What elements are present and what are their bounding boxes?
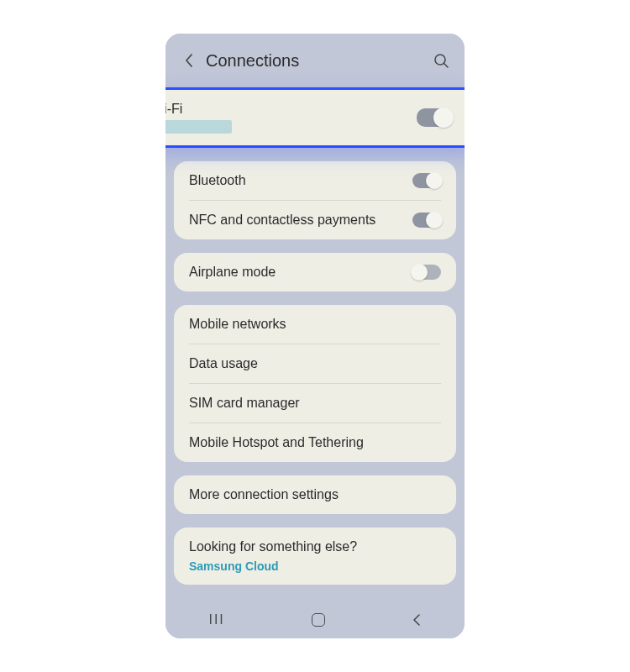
data-usage-row[interactable]: Data usage	[174, 344, 456, 383]
mobile-networks-label: Mobile networks	[189, 317, 441, 332]
sim-row[interactable]: SIM card manager	[174, 384, 456, 423]
wifi-label: Wi-Fi	[165, 102, 417, 117]
sim-label: SIM card manager	[189, 396, 441, 411]
group-more: More connection settings	[174, 475, 456, 514]
nav-bar: III	[165, 601, 465, 638]
nfc-toggle[interactable]	[412, 213, 441, 228]
nav-recents-icon[interactable]: III	[208, 612, 224, 627]
nav-home-icon[interactable]	[312, 613, 325, 627]
nfc-row[interactable]: NFC and contactless payments	[174, 201, 456, 239]
content: Wi-Fi Bluetooth NFC and contactless paym…	[165, 87, 465, 585]
bluetooth-label: Bluetooth	[189, 173, 412, 188]
bluetooth-row[interactable]: Bluetooth	[174, 161, 456, 200]
more-settings-row[interactable]: More connection settings	[174, 475, 456, 514]
airplane-toggle[interactable]	[412, 265, 441, 280]
header: Connections	[165, 34, 465, 87]
group-bluetooth-nfc: Bluetooth NFC and contactless payments	[174, 161, 456, 239]
footer-prompt: Looking for something else?	[174, 528, 456, 559]
hotspot-row[interactable]: Mobile Hotspot and Tethering	[174, 423, 456, 462]
page-title: Connections	[206, 51, 431, 71]
data-usage-label: Data usage	[189, 356, 441, 371]
more-settings-label: More connection settings	[189, 487, 441, 502]
wifi-row-highlight[interactable]: Wi-Fi	[165, 87, 465, 148]
group-footer: Looking for something else? Samsung Clou…	[174, 528, 456, 585]
back-icon[interactable]	[179, 50, 199, 71]
nfc-label: NFC and contactless payments	[189, 213, 412, 228]
svg-line-1	[444, 64, 449, 68]
phone-frame: Connections Wi-Fi Bluetooth NFC and cont…	[165, 34, 465, 638]
wifi-network-name-redacted	[165, 120, 232, 134]
airplane-label: Airplane mode	[189, 265, 412, 280]
hotspot-label: Mobile Hotspot and Tethering	[189, 435, 441, 450]
search-icon[interactable]	[431, 50, 451, 71]
mobile-networks-row[interactable]: Mobile networks	[174, 305, 456, 344]
group-airplane: Airplane mode	[174, 253, 456, 291]
nav-back-icon[interactable]	[412, 613, 422, 627]
samsung-cloud-link[interactable]: Samsung Cloud	[174, 559, 456, 585]
group-network: Mobile networks Data usage SIM card mana…	[174, 305, 456, 462]
airplane-row[interactable]: Airplane mode	[174, 253, 456, 291]
bluetooth-toggle[interactable]	[412, 173, 441, 188]
wifi-toggle[interactable]	[417, 108, 452, 127]
